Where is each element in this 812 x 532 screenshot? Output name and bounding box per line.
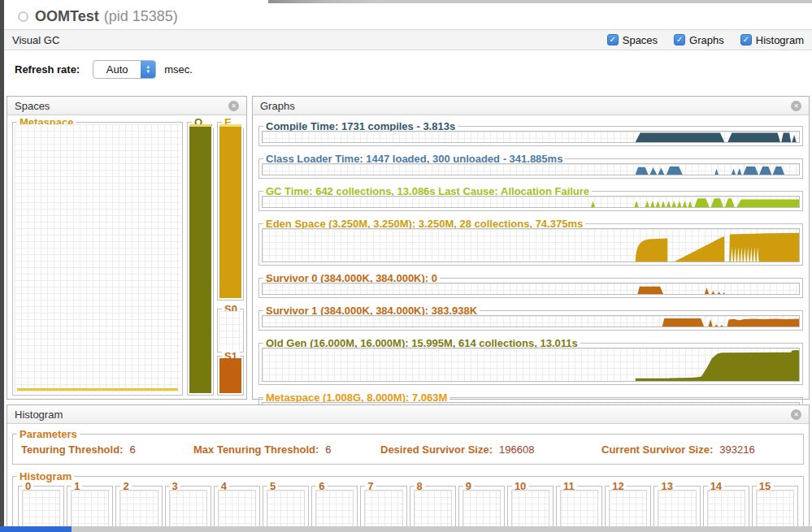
old-space-bar bbox=[189, 124, 211, 393]
graphs-panel: Graphs ✕ Compile Time: 1731 compiles - 3… bbox=[252, 96, 810, 400]
histogram-bin-11: 11 bbox=[556, 486, 602, 532]
survivor1-graph-group: Survivor 1 (384.000K, 384.000K): 383.938… bbox=[258, 310, 803, 331]
desired-survivor-size-param: Desired Survivor Size: 196608 bbox=[380, 443, 601, 456]
gc-time-graph bbox=[262, 196, 800, 208]
eden-space-graph-group: Eden Space (3.250M, 3.250M): 3.250M, 28 … bbox=[258, 223, 803, 266]
visualvm-window: OOMTest (pid 15385) Visual GC ✓ Spaces ✓… bbox=[0, 0, 812, 532]
spaces-panel-title: Spaces bbox=[15, 100, 50, 112]
histogram-bin-14: 14 bbox=[703, 486, 749, 532]
survivor0-space-group: S0 bbox=[217, 309, 244, 353]
old-gen-graph bbox=[262, 348, 800, 382]
histogram-bin-13: 13 bbox=[654, 486, 700, 532]
histogram-bin-2: 2 bbox=[115, 486, 162, 532]
compile-time-graph-group: Compile Time: 1731 compiles - 3.813s bbox=[258, 126, 803, 146]
window-top-edge bbox=[268, 0, 812, 3]
process-status-icon bbox=[18, 11, 28, 22]
histogram-content: Parameters Tenuring Threshold: 6 Max Ten… bbox=[7, 434, 809, 532]
parameters-group-title: Parameters bbox=[17, 428, 80, 440]
compile-time-graph bbox=[262, 131, 800, 143]
refresh-rate-label: Refresh rate: bbox=[15, 63, 80, 76]
tab-visual-gc[interactable]: Visual GC bbox=[12, 34, 59, 46]
survivor1-graph bbox=[262, 315, 800, 327]
current-survivor-size-label: Current Survivor Size: bbox=[601, 443, 713, 456]
spaces-checkbox-label: Spaces bbox=[623, 34, 658, 46]
bottom-edge-accent bbox=[0, 526, 72, 532]
graphs-checkbox-item[interactable]: ✓ Graphs bbox=[674, 34, 724, 46]
tenuring-threshold-value: 6 bbox=[129, 443, 135, 456]
app-title-bar: OOMTest (pid 15385) bbox=[4, 5, 178, 28]
histogram-bins: 0 1 2 3 4 5 6 7 8 9 10 11 12 13 14 15 bbox=[13, 477, 803, 532]
graphs-panel-header: Graphs ✕ bbox=[253, 97, 809, 115]
survivor0-space-chart bbox=[219, 311, 241, 350]
old-gen-graph-group: Old Gen (16.000M, 16.000M): 15.995M, 614… bbox=[258, 343, 803, 385]
visualgc-toolbar: Visual GC ✓ Spaces ✓ Graphs ✓ Histogram bbox=[4, 29, 812, 50]
histogram-checkbox-item[interactable]: ✓ Histogram bbox=[740, 34, 804, 46]
graphs-panel-title: Graphs bbox=[260, 100, 295, 112]
histogram-bin-3: 3 bbox=[165, 486, 211, 532]
histogram-bin-5: 5 bbox=[263, 486, 309, 532]
refresh-rate-row: Refresh rate: Auto ▲ ▼ msec. bbox=[4, 57, 193, 81]
histogram-bin-8: 8 bbox=[410, 486, 456, 532]
histogram-bin-0: 0 bbox=[18, 486, 64, 532]
graphs-content: Compile Time: 1731 compiles - 3.813s Cla… bbox=[253, 115, 809, 429]
chevron-down-icon: ▼ bbox=[145, 69, 150, 74]
spaces-panel: Spaces ✕ Metaspace O… E… S0 bbox=[7, 96, 247, 400]
refresh-rate-unit: msec. bbox=[164, 63, 193, 76]
window-left-edge bbox=[0, 0, 4, 532]
graphs-checkbox-label: Graphs bbox=[689, 34, 724, 46]
class-loader-graph-group: Class Loader Time: 1447 loaded, 300 unlo… bbox=[258, 158, 803, 179]
eden-space-bar bbox=[219, 124, 241, 298]
checkbox-checked-icon[interactable]: ✓ bbox=[674, 34, 685, 45]
histogram-bin-7: 7 bbox=[360, 486, 406, 532]
metaspace-used-bar bbox=[17, 388, 178, 391]
desired-survivor-size-label: Desired Survivor Size: bbox=[380, 443, 493, 456]
histogram-panel: Histogram ✕ Parameters Tenuring Threshol… bbox=[7, 404, 810, 532]
histogram-group: Histogram 0 1 2 3 4 5 6 7 8 9 10 11 12 1… bbox=[12, 476, 804, 532]
histogram-bin-6: 6 bbox=[311, 486, 358, 532]
spaces-content: Metaspace O… E… S0 S1 bbox=[7, 115, 246, 400]
checkbox-checked-icon[interactable]: ✓ bbox=[607, 34, 619, 45]
refresh-rate-value[interactable]: Auto bbox=[93, 61, 141, 78]
eden-space-graph bbox=[262, 228, 800, 262]
metaspace-space-group: Metaspace bbox=[12, 122, 183, 396]
tenuring-threshold-label: Tenuring Threshold: bbox=[21, 443, 123, 456]
bottom-edge-bar bbox=[0, 526, 812, 532]
eden-space-group: E… bbox=[217, 122, 244, 301]
eden-space-bar-top bbox=[219, 124, 241, 127]
spaces-panel-header: Spaces ✕ bbox=[7, 97, 246, 115]
max-tenuring-threshold-value: 6 bbox=[325, 443, 331, 456]
histogram-bin-4: 4 bbox=[214, 486, 260, 532]
histogram-bin-12: 12 bbox=[605, 486, 651, 532]
view-toggles: ✓ Spaces ✓ Graphs ✓ Histogram bbox=[607, 34, 804, 46]
survivor0-graph bbox=[262, 283, 800, 295]
desired-survivor-size-value: 196608 bbox=[499, 443, 534, 456]
old-space-bar-top bbox=[189, 124, 211, 127]
max-tenuring-threshold-label: Max Tenuring Threshold: bbox=[193, 443, 319, 456]
current-survivor-size-value: 393216 bbox=[719, 443, 754, 456]
parameters-row: Tenuring Threshold: 6 Max Tenuring Thres… bbox=[13, 435, 803, 464]
survivor0-graph-group: Survivor 0 (384.000K, 384.000K): 0 bbox=[258, 278, 803, 298]
close-icon[interactable]: ✕ bbox=[791, 409, 801, 420]
checkbox-checked-icon[interactable]: ✓ bbox=[740, 34, 752, 45]
histogram-panel-title: Histogram bbox=[15, 409, 63, 421]
histogram-checkbox-label: Histogram bbox=[756, 34, 804, 46]
current-survivor-size-param: Current Survivor Size: 393216 bbox=[601, 443, 755, 456]
class-loader-graph bbox=[262, 163, 800, 175]
close-icon[interactable]: ✕ bbox=[791, 101, 801, 111]
page-title: OOMTest bbox=[35, 8, 99, 25]
survivor1-space-group: S1 bbox=[217, 356, 244, 396]
stepper-icon[interactable]: ▲ ▼ bbox=[141, 61, 155, 78]
histogram-bin-10: 10 bbox=[507, 486, 554, 532]
process-pid: (pid 15385) bbox=[104, 8, 178, 25]
spaces-checkbox-item[interactable]: ✓ Spaces bbox=[607, 34, 658, 46]
max-tenuring-threshold-param: Max Tenuring Threshold: 6 bbox=[193, 443, 380, 456]
gc-time-graph-group: GC Time: 642 collections, 13.086s Last C… bbox=[258, 191, 803, 211]
metaspace-space-chart bbox=[15, 124, 180, 393]
histogram-bin-9: 9 bbox=[458, 486, 505, 532]
survivor1-space-bar bbox=[219, 358, 241, 393]
close-icon[interactable]: ✕ bbox=[228, 101, 239, 111]
old-space-group: O… bbox=[187, 122, 214, 396]
parameters-group: Parameters Tenuring Threshold: 6 Max Ten… bbox=[12, 434, 804, 465]
histogram-bin-15: 15 bbox=[752, 486, 798, 532]
refresh-rate-select[interactable]: Auto ▲ ▼ bbox=[93, 60, 156, 79]
